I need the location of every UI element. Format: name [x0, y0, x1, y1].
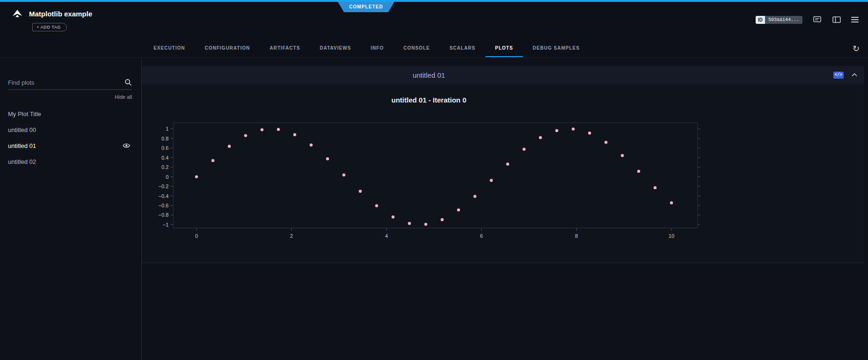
svg-text:−1: −1 — [162, 222, 169, 228]
svg-text:1: 1 — [166, 126, 169, 132]
app-header: Matplotlib example + ADD TAG ID 503aa144… — [0, 2, 868, 40]
plots-sidebar: Hide all My Plot Title untitled 00 untit… — [0, 58, 142, 360]
list-item-my-plot-title[interactable]: My Plot Title — [8, 106, 132, 122]
panel-toggle-icon[interactable] — [831, 15, 842, 24]
search-box — [8, 79, 132, 90]
svg-text:8: 8 — [575, 233, 578, 239]
tab-execution[interactable]: EXECUTION — [144, 40, 195, 57]
chart-title: untitled 01 - Iteration 0 — [151, 84, 707, 104]
add-tag-button[interactable]: + ADD TAG — [32, 23, 67, 31]
svg-text:−0.8: −0.8 — [158, 212, 169, 218]
svg-text:6: 6 — [480, 233, 483, 239]
tab-info[interactable]: INFO — [361, 40, 394, 57]
hide-all-link[interactable]: Hide all — [8, 94, 132, 100]
plot-list: My Plot Title untitled 00 untitled 01 un… — [8, 106, 132, 169]
svg-text:−0.4: −0.4 — [158, 193, 169, 199]
search-input[interactable] — [8, 79, 125, 86]
plot-panel-title: untitled 01 — [151, 66, 707, 84]
list-item-untitled-02[interactable]: untitled 02 — [8, 154, 132, 169]
list-item-label: untitled 02 — [8, 158, 36, 165]
tab-dataviews[interactable]: DATAVIEWS — [310, 40, 361, 57]
experiment-title[interactable]: Matplotlib example — [29, 10, 92, 18]
experiment-id-badge[interactable]: ID 503aa144... — [756, 16, 802, 24]
list-item-label: untitled 01 — [8, 142, 36, 149]
svg-text:−0.6: −0.6 — [158, 203, 169, 208]
svg-text:2: 2 — [290, 233, 293, 239]
status-badge: COMPLETED — [338, 2, 395, 12]
collapse-chevron-up-icon[interactable] — [851, 73, 858, 77]
list-item-untitled-00[interactable]: untitled 00 — [8, 122, 132, 138]
view-code-icon[interactable]: </> — [833, 72, 844, 79]
tab-scalars[interactable]: SCALARS — [440, 40, 485, 57]
svg-text:0: 0 — [166, 174, 169, 180]
search-icon[interactable] — [125, 79, 132, 86]
id-value: 503aa144... — [765, 16, 802, 24]
tab-artifacts[interactable]: ARTIFACTS — [260, 40, 310, 57]
plot-panel: untitled 01 </> untitled 01 - Iteration … — [142, 66, 864, 263]
list-item-untitled-01[interactable]: untitled 01 — [8, 138, 132, 154]
svg-text:10: 10 — [669, 233, 674, 239]
scatter-plot[interactable]: 10.80.60.40.20−0.2−0.4−0.6−0.8−10246810 — [151, 118, 707, 239]
id-label: ID — [756, 16, 765, 24]
tab-debug-samples[interactable]: DEBUG SAMPLES — [523, 40, 589, 57]
svg-text:0.6: 0.6 — [162, 145, 169, 151]
refresh-icon[interactable]: ↻ — [853, 43, 860, 54]
svg-text:−0.2: −0.2 — [158, 184, 169, 189]
svg-text:0.2: 0.2 — [162, 164, 169, 170]
app-logo[interactable] — [11, 8, 23, 19]
feedback-icon[interactable] — [812, 15, 822, 24]
list-item-label: My Plot Title — [8, 110, 41, 118]
plot-panel-header: untitled 01 </> — [142, 66, 864, 84]
plots-main-area: untitled 01 </> untitled 01 - Iteration … — [142, 58, 868, 360]
svg-text:4: 4 — [385, 233, 388, 239]
tab-configuration[interactable]: CONFIGURATION — [195, 40, 260, 57]
svg-text:0: 0 — [195, 233, 198, 239]
menu-icon[interactable] — [851, 17, 859, 22]
tab-plots[interactable]: PLOTS — [485, 40, 523, 57]
eye-icon[interactable] — [123, 143, 130, 148]
list-item-label: untitled 00 — [8, 126, 36, 133]
tab-bar: EXECUTION CONFIGURATION ARTIFACTS DATAVI… — [0, 40, 868, 58]
svg-text:0.8: 0.8 — [162, 136, 169, 141]
svg-text:0.4: 0.4 — [162, 155, 169, 161]
tab-console[interactable]: CONSOLE — [394, 40, 440, 57]
plot-panel-body: untitled 01 - Iteration 0 10.80.60.40.20… — [142, 84, 864, 263]
